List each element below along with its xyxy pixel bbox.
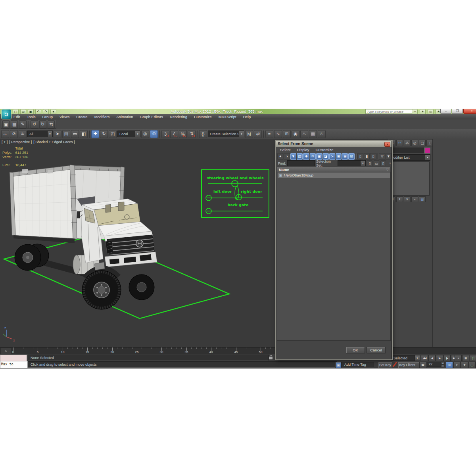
bind-to-space-warp-icon[interactable]: ≋ [19,130,27,138]
header-filter-icon[interactable]: ▽ [386,168,389,171]
find-input[interactable] [287,160,315,166]
save-file-icon[interactable]: ▣ [28,109,34,114]
workspace-dropdown-icon[interactable]: ▾ [50,109,56,114]
curve-editor-icon[interactable]: ∿ [274,130,282,138]
time-grid-icon[interactable]: ▦ [462,355,469,361]
select-and-rotate-icon[interactable]: ↻ [100,130,108,138]
orbit-icon[interactable]: ◯ [468,362,476,368]
material-editor-icon[interactable]: ◉ [292,130,299,138]
schematic-view-icon[interactable]: ⊞ [283,130,291,138]
track-bar[interactable]: ≈ 0 5 10 15 20 25 30 35 40 45 50 [0,347,476,355]
modifier-stack[interactable] [389,161,430,196]
viewport-menu-view[interactable]: [ Perspective ] [9,140,32,144]
render-production-icon[interactable]: ♨ [318,130,326,138]
selection-lock-icon[interactable] [269,357,273,359]
go-to-start-icon[interactable]: |◀◀ [421,355,428,361]
pan-hand-icon[interactable]: ✚ [461,362,468,368]
zoom-extents-icon[interactable]: ➤ [453,362,461,368]
display-children-icon[interactable]: ▯ [357,153,363,160]
configure-modifier-sets-icon[interactable]: ▤ [419,196,426,202]
select-and-link-icon[interactable]: ∞ [1,130,9,138]
snap-toggle-3d-icon[interactable]: 3 [161,130,169,138]
open-file-icon[interactable]: ▭ [20,109,26,114]
select-object-icon[interactable]: ➤ [54,130,61,138]
column-chooser-arrow-icon[interactable]: ▼ [389,162,392,165]
time-configuration-icon[interactable]: ◀▶ [419,362,426,368]
current-frame-field[interactable] [427,362,441,367]
display-bones-icon[interactable]: ≻ [329,153,335,160]
next-frame-icon[interactable]: |▶ [443,355,451,361]
filter-icon[interactable]: ▽ [379,153,385,160]
set-key-slash-icon[interactable] [392,361,397,367]
viewport-menu-plus[interactable]: [ + ] [2,140,8,144]
menu-customize[interactable]: Customize [194,115,212,119]
dialog-close-icon[interactable]: x [384,142,390,147]
menu-edit[interactable]: Edit [13,115,20,119]
selection-filter-combo[interactable]: All ▼ [27,131,53,137]
object-name-field[interactable] [389,148,424,153]
time-tag-icon[interactable]: ▣ [335,362,342,368]
play-icon[interactable]: ▶ [436,355,443,361]
ok-button[interactable]: OK [346,347,365,353]
tab-motion-icon[interactable]: ◎ [411,140,418,146]
select-and-move-icon[interactable]: ✚ [91,130,99,138]
angle-snap-icon[interactable]: ∠ [170,130,178,138]
dialog-menu-customize[interactable]: Customize [316,148,334,152]
chevron-down-icon[interactable]: ▼ [239,131,244,137]
mini-curve-editor-icon[interactable]: ≈ [1,348,11,355]
menu-modifiers[interactable]: Modifiers [94,115,110,119]
modifier-list-combo[interactable]: Modifier List ▼ [388,154,430,161]
menu-tools[interactable]: Tools [27,115,35,119]
align-icon[interactable]: ⇄ [254,130,262,138]
3dsmax-logo-icon[interactable]: Ɔ [1,109,12,119]
key-filters-button[interactable]: Key Filters... [398,362,419,368]
display-groups-icon[interactable]: ▣ [316,153,322,160]
spinner-snap-icon[interactable]: ⇅ [188,130,196,138]
undo-icon[interactable]: ↶ [35,109,41,114]
chevron-down-icon[interactable]: ▼ [47,131,52,137]
previous-frame-icon[interactable]: ◀| [428,355,436,361]
save-selection-set-icon[interactable]: ▯ [367,160,372,166]
edit-pencil-icon[interactable]: ✎ [19,120,26,129]
menu-create[interactable]: Create [76,115,88,119]
select-and-scale-icon[interactable]: ◰ [109,130,117,138]
menu-maxscript[interactable]: MAXScript [219,115,236,119]
dialog-menu-display[interactable]: Display [297,148,309,152]
display-space-warps-icon[interactable]: ≋ [310,153,316,160]
display-lights-icon[interactable]: ▼ [290,153,296,160]
add-time-tag-field[interactable]: Add Time Tag [342,362,374,367]
chevron-down-icon[interactable]: ▼ [360,161,365,166]
box-truck-model[interactable] [10,165,157,309]
use-pivot-center-icon[interactable]: ◎ [141,130,149,138]
subscription-key-icon[interactable]: ✦ [420,109,426,114]
key-mode-toggle-icon[interactable]: ∙+ [455,355,462,361]
layer-stack-icon[interactable]: ▤ [11,120,18,129]
loop-back-icon[interactable]: ↺ [31,120,38,129]
viewport-menu-shading[interactable]: [ Shaded + Edged Faces ] [33,140,75,144]
frame-spinner[interactable]: ▲▼ [441,362,445,367]
unlink-selection-icon[interactable]: ⊘ [10,130,18,138]
percent-snap-icon[interactable]: % [179,130,187,138]
display-shapes-icon[interactable]: ◑ [284,153,290,160]
reference-coordinate-combo[interactable]: Local ▼ [117,131,140,137]
render-setup-icon[interactable]: ♨ [300,130,308,138]
make-unique-icon[interactable]: ◓ [411,196,418,202]
copy-selection-set-icon[interactable]: ▭ [374,160,379,166]
paste-selection-set-icon[interactable]: ▯ [380,160,386,166]
cancel-button[interactable]: Cancel [367,347,386,353]
display-geometry-icon[interactable]: ● [277,153,283,160]
lock-stack-icon[interactable]: ‖ [396,196,403,202]
select-by-name-icon[interactable]: ▤ [62,130,70,138]
display-helpers-icon[interactable]: ✚ [303,153,309,160]
minimize-button[interactable]: – [440,109,451,114]
communication-center-icon[interactable]: ◎ [428,109,434,114]
set-key-button[interactable]: Set Key [378,362,392,368]
close-button[interactable]: × [463,109,476,114]
search-icon[interactable]: ∞ [412,109,418,114]
display-frozen-icon[interactable]: ⊟ [342,153,348,160]
loop-forward-icon[interactable]: ↻ [39,120,46,129]
mirror-icon[interactable]: M [245,130,253,138]
selection-set-combo[interactable]: ▼ [338,160,366,166]
menu-help[interactable]: Help [243,115,251,119]
named-selection-set-combo[interactable]: Create Selection Se ▼ [208,131,244,137]
